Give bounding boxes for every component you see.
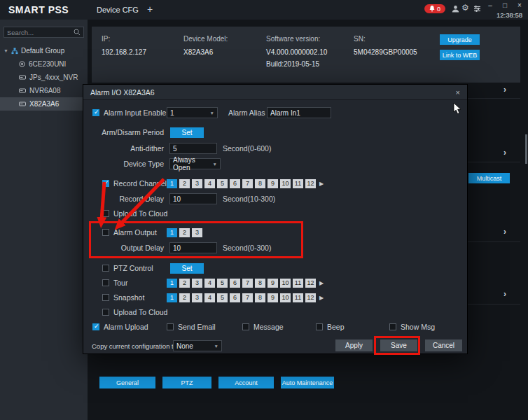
bottom-button[interactable]: PTZ [162,377,211,388]
more-channels-icon[interactable]: ▶ [319,280,324,286]
alarm-output-checkbox[interactable] [102,229,109,236]
channel-box[interactable]: 3 [192,179,202,188]
channel-box[interactable]: 10 [280,279,291,288]
channel-box[interactable]: 9 [268,279,278,288]
channel-box[interactable]: 8 [255,179,265,188]
bottom-button[interactable]: General [99,377,155,388]
alarm-input-channel-select[interactable]: 1 ▼ [167,107,218,118]
user-icon[interactable] [452,5,459,13]
save-button[interactable]: Save [380,340,417,351]
snapshot-checkbox[interactable] [102,294,109,301]
maximize-button[interactable]: □ [501,1,509,9]
sidebar-device-item[interactable]: X82A3A6 [0,97,88,111]
show-msg-checkbox[interactable] [389,323,396,330]
alarm-input-enable-checkbox[interactable] [92,109,99,116]
upload-to-cloud-label: Upload To Cloud [113,308,167,316]
arm-disarm-set-button[interactable]: Set [170,127,204,138]
clock: 12:38:58 [496,11,522,19]
record-delay-input[interactable] [169,193,217,204]
sidebar-group-default[interactable]: ▼ Default Group [0,44,88,57]
more-channels-icon[interactable]: ▶ [319,181,324,187]
anti-dither-input[interactable] [169,143,217,154]
channel-box[interactable]: 1 [167,179,177,188]
beep-label: Beep [327,323,345,331]
upload-to-cloud-checkbox[interactable] [102,210,109,217]
channel-box[interactable]: 2 [179,279,190,288]
section-expand-chevron[interactable]: › [503,289,506,299]
bottom-button[interactable]: Auto Maintenance [281,377,334,388]
channel-box[interactable]: 6 [230,179,240,188]
search-input[interactable] [7,29,74,36]
channel-box[interactable]: 5 [217,279,228,288]
message-checkbox[interactable] [242,323,249,330]
channel-box[interactable]: 11 [293,279,303,288]
close-button[interactable]: × [515,1,524,9]
scrollbar-thumb[interactable] [525,134,527,164]
channel-box[interactable]: 8 [255,279,265,288]
section-expand-chevron[interactable]: › [503,148,506,158]
alarm-upload-checkbox[interactable] [92,323,99,330]
channel-box[interactable]: 7 [242,279,253,288]
channel-box[interactable]: 9 [268,293,278,302]
upload-to-cloud-checkbox[interactable] [102,309,109,316]
channel-box[interactable]: 2 [179,293,190,302]
ptz-control-checkbox[interactable] [102,265,109,272]
channel-box[interactable]: 5 [217,293,228,302]
record-channel-checkbox[interactable] [102,180,109,187]
link-to-web-button[interactable]: Link to WEB [440,50,480,60]
send-email-checkbox[interactable] [167,323,174,330]
channel-box[interactable]: 11 [293,293,303,302]
multicast-button[interactable]: Multicast [468,173,510,183]
channel-box[interactable]: 2 [179,228,190,237]
tour-checkbox[interactable] [102,279,109,286]
channel-box[interactable]: 4 [204,279,215,288]
channel-box[interactable]: 4 [204,179,215,188]
upgrade-button[interactable]: Upgrade [440,34,480,45]
channel-box[interactable]: 11 [293,179,303,188]
beep-checkbox[interactable] [316,323,323,330]
caret-down-icon[interactable]: ▼ [4,48,8,53]
apply-button[interactable]: Apply [335,340,373,351]
device-type-select[interactable]: Always Open ▼ [169,158,221,169]
copy-config-select[interactable]: None ▼ [173,340,222,351]
dialog-close-icon[interactable]: × [456,88,460,97]
sidebar-device-item[interactable]: JPs_4xxx_NVR [0,71,88,84]
config-tools-icon[interactable] [473,5,481,13]
channel-box[interactable]: 7 [242,179,253,188]
channel-box[interactable]: 12 [305,293,316,302]
output-delay-input[interactable] [169,242,217,253]
channel-box[interactable]: 1 [167,293,177,302]
channel-box[interactable]: 3 [192,279,202,288]
new-tab-button[interactable]: + [147,4,153,15]
tab-device-cfg[interactable]: Device CFG [97,0,139,20]
section-expand-chevron[interactable]: › [503,227,506,237]
channel-box[interactable]: 8 [255,293,265,302]
channel-box[interactable]: 5 [217,179,228,188]
more-channels-icon[interactable]: ▶ [319,295,324,301]
channel-box[interactable]: 10 [280,179,291,188]
alarm-alias-input[interactable] [267,107,331,118]
channel-box[interactable]: 4 [204,293,215,302]
channel-box[interactable]: 3 [192,293,202,302]
ptz-set-button[interactable]: Set [170,263,204,274]
cancel-button[interactable]: Cancel [425,340,462,351]
section-expand-chevron[interactable]: › [503,85,506,94]
channel-box[interactable]: 1 [167,228,177,237]
channel-box[interactable]: 7 [242,293,253,302]
minimize-button[interactable]: – [486,1,494,9]
channel-box[interactable]: 2 [179,179,190,188]
channel-box[interactable]: 12 [305,279,316,288]
bottom-button[interactable]: Account [218,377,274,388]
channel-box[interactable]: 6 [230,279,240,288]
channel-box[interactable]: 1 [167,279,177,288]
sidebar-device-item[interactable]: 6CE230UNI [0,57,88,71]
channel-box[interactable]: 6 [230,293,240,302]
channel-box[interactable]: 10 [280,293,291,302]
alarm-notification-badge[interactable]: 0 [424,4,445,13]
settings-gear-icon[interactable]: ⚙ [461,3,469,13]
channel-box[interactable]: 3 [192,228,202,237]
channel-box[interactable]: 9 [268,179,278,188]
bottom-button-row: GeneralPTZAccountAuto Maintenance [99,377,334,388]
channel-box[interactable]: 12 [305,179,316,188]
sidebar-device-item[interactable]: NVR6A08 [0,84,88,97]
